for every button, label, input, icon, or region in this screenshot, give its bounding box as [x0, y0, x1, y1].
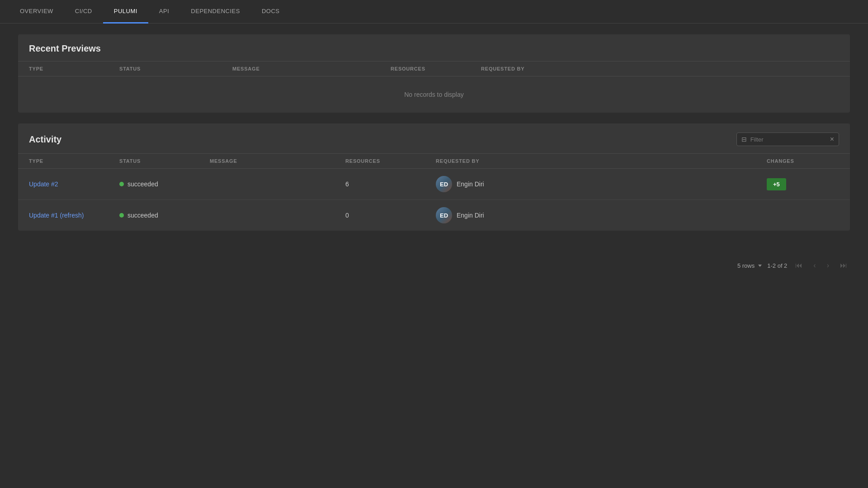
rows-per-page-label: 5 rows	[737, 262, 755, 269]
activity-type-link[interactable]: Update #2	[29, 180, 119, 188]
activity-changes-cell: +5	[767, 178, 839, 190]
changes-badge[interactable]: +5	[767, 178, 786, 190]
avatar: ED	[436, 176, 452, 192]
col-resources: RESOURCES	[391, 66, 481, 71]
pagination-footer: 5 rows 1-2 of 2 ⏮ ‹ › ⏭	[0, 252, 868, 279]
recent-previews-title: Recent Previews	[29, 43, 101, 53]
col-requested-by: REQUESTED BY	[481, 66, 839, 71]
recent-previews-table: TYPE STATUS MESSAGE RESOURCES REQUESTED …	[18, 61, 850, 113]
filter-clear-icon[interactable]: ×	[830, 136, 834, 143]
activity-col-message: MESSAGE	[210, 158, 345, 164]
activity-col-changes: CHANGES	[767, 158, 839, 164]
activity-col-resources: RESOURCES	[345, 158, 436, 164]
filter-container[interactable]: ⊟ ×	[736, 133, 839, 146]
status-dot-succeeded	[119, 213, 124, 218]
avatar: ED	[436, 207, 452, 223]
pagination-first-button[interactable]: ⏮	[793, 260, 805, 271]
requested-by-name: Engin Diri	[457, 180, 484, 188]
activity-resources: 0	[345, 212, 436, 219]
rows-per-page-select[interactable]: 5 rows	[737, 262, 762, 269]
tab-overview[interactable]: OVERVIEW	[9, 0, 64, 24]
col-status: STATUS	[119, 66, 232, 71]
no-records-message: No records to display	[18, 76, 850, 113]
activity-status-cell: succeeded	[119, 212, 210, 219]
tab-cicd[interactable]: CI/CD	[64, 0, 103, 24]
activity-col-status: STATUS	[119, 158, 210, 164]
table-row: Update #1 (refresh) succeeded 0 ED Engin…	[18, 200, 850, 231]
activity-status-cell: succeeded	[119, 180, 210, 188]
tab-api[interactable]: API	[148, 0, 180, 24]
tab-pulumi[interactable]: PULUMI	[103, 0, 148, 24]
activity-requested-by: ED Engin Diri	[436, 207, 767, 223]
activity-status-label: succeeded	[127, 212, 158, 219]
pagination-prev-button[interactable]: ‹	[811, 260, 818, 271]
main-content: Recent Previews TYPE STATUS MESSAGE RESO…	[0, 24, 868, 252]
tab-dependencies[interactable]: DEPENDENCIES	[180, 0, 251, 24]
recent-previews-header: Recent Previews	[18, 34, 850, 61]
recent-previews-column-headers: TYPE STATUS MESSAGE RESOURCES REQUESTED …	[18, 61, 850, 76]
chevron-down-icon	[758, 265, 762, 267]
pagination-last-button[interactable]: ⏭	[837, 260, 850, 271]
filter-icon: ⊟	[741, 136, 747, 143]
activity-column-headers: TYPE STATUS MESSAGE RESOURCES REQUESTED …	[18, 153, 850, 169]
activity-requested-by: ED Engin Diri	[436, 176, 767, 192]
table-row: Update #2 succeeded 6 ED Engin Diri +5	[18, 169, 850, 200]
activity-type-link[interactable]: Update #1 (refresh)	[29, 212, 119, 219]
tab-docs[interactable]: DOCS	[251, 0, 291, 24]
activity-panel: Activity ⊟ × TYPE STATUS MESSAGE RESOURC…	[18, 123, 850, 231]
activity-col-requested-by: REQUESTED BY	[436, 158, 767, 164]
pagination-info: 1-2 of 2	[767, 262, 787, 269]
filter-input[interactable]	[750, 136, 826, 143]
pagination-next-button[interactable]: ›	[824, 260, 832, 271]
status-dot-succeeded	[119, 182, 124, 186]
activity-status-label: succeeded	[127, 180, 158, 188]
activity-table: TYPE STATUS MESSAGE RESOURCES REQUESTED …	[18, 153, 850, 231]
requested-by-name: Engin Diri	[457, 212, 484, 219]
activity-resources: 6	[345, 180, 436, 188]
activity-col-type: TYPE	[29, 158, 119, 164]
top-nav: OVERVIEW CI/CD PULUMI API DEPENDENCIES D…	[0, 0, 868, 24]
activity-panel-header: Activity ⊟ ×	[18, 123, 850, 153]
activity-title: Activity	[29, 134, 61, 145]
recent-previews-panel: Recent Previews TYPE STATUS MESSAGE RESO…	[18, 34, 850, 113]
col-type: TYPE	[29, 66, 119, 71]
col-message: MESSAGE	[232, 66, 391, 71]
